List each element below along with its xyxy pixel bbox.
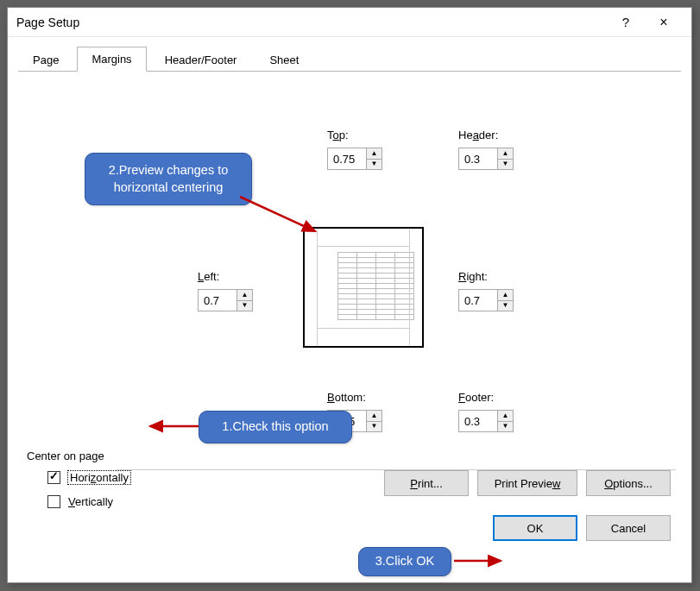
left-spinner[interactable]: ▲▼: [198, 289, 253, 311]
page-preview: [303, 227, 424, 348]
spin-down-icon[interactable]: ▼: [237, 301, 252, 311]
top-spinner[interactable]: ▲▼: [327, 148, 382, 170]
horizontally-label[interactable]: Horizontally: [68, 471, 130, 484]
footer-input[interactable]: [459, 411, 497, 431]
titlebar: Page Setup ? ×: [8, 8, 691, 37]
print-preview-button[interactable]: Print Preview: [477, 470, 577, 496]
cancel-button[interactable]: Cancel: [586, 515, 671, 541]
vertically-label[interactable]: Vertically: [68, 495, 113, 508]
header-input[interactable]: [459, 148, 497, 169]
header-spinner[interactable]: ▲▼: [458, 148, 514, 170]
spin-up-icon[interactable]: ▲: [498, 148, 513, 160]
print-button[interactable]: Print...: [384, 470, 469, 496]
center-on-page-legend: Center on page: [27, 450, 104, 462]
tab-header-footer[interactable]: Header/Footer: [150, 47, 252, 72]
top-input[interactable]: [328, 148, 366, 169]
tab-margins[interactable]: Margins: [77, 47, 146, 72]
footer-label: Footer:: [458, 391, 494, 404]
tab-page[interactable]: Page: [18, 47, 73, 72]
close-button[interactable]: ×: [645, 10, 683, 35]
margins-panel: Top: ▲▼ Header: ▲▼ Left: ▲▼ Right: ▲▼: [18, 72, 681, 555]
tab-sheet[interactable]: Sheet: [255, 47, 313, 72]
page-setup-dialog: Page Setup ? × Page Margins Header/Foote…: [7, 7, 692, 583]
callout-2: 2.Preview changes to horizontal centerin…: [85, 153, 252, 205]
right-spinner[interactable]: ▲▼: [458, 289, 514, 311]
right-label: Right:: [458, 270, 488, 283]
spin-up-icon[interactable]: ▲: [367, 411, 382, 422]
dialog-content: Page Margins Header/Footer Sheet Top: ▲▼…: [8, 37, 691, 563]
help-button[interactable]: ?: [607, 10, 645, 35]
spin-down-icon[interactable]: ▼: [498, 422, 513, 432]
spin-down-icon[interactable]: ▼: [498, 301, 513, 311]
bottom-label: Bottom:: [327, 391, 366, 404]
header-label: Header:: [458, 129, 498, 141]
left-label: Left:: [198, 270, 219, 283]
vertically-checkbox[interactable]: [47, 495, 60, 508]
spin-down-icon[interactable]: ▼: [498, 160, 513, 170]
action-buttons-row: Print... Print Preview Options...: [384, 470, 671, 496]
horizontally-checkbox[interactable]: [47, 471, 60, 484]
callout-3: 3.Click OK: [358, 547, 451, 576]
spin-down-icon[interactable]: ▼: [367, 160, 382, 170]
spin-up-icon[interactable]: ▲: [498, 290, 513, 301]
ok-button[interactable]: OK: [493, 515, 577, 541]
spin-up-icon[interactable]: ▲: [367, 148, 382, 160]
options-button[interactable]: Options...: [586, 470, 671, 496]
callout-1: 1.Check this option: [199, 411, 352, 443]
tab-strip: Page Margins Header/Footer Sheet: [18, 46, 681, 72]
spin-up-icon[interactable]: ▲: [237, 290, 252, 301]
commit-buttons-row: OK Cancel: [493, 515, 671, 541]
footer-spinner[interactable]: ▲▼: [458, 410, 514, 432]
right-input[interactable]: [459, 290, 497, 311]
spin-down-icon[interactable]: ▼: [367, 422, 382, 432]
left-input[interactable]: [199, 290, 236, 311]
top-label: Top:: [327, 129, 349, 141]
dialog-title: Page Setup: [16, 16, 607, 29]
spin-up-icon[interactable]: ▲: [498, 411, 513, 422]
